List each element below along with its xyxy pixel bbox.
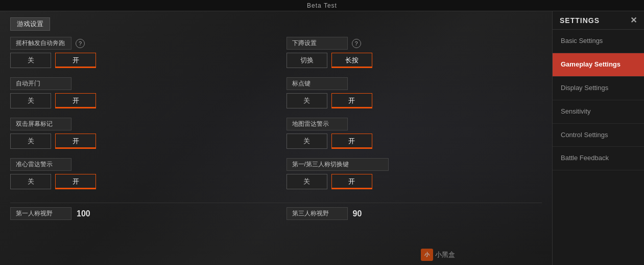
- watermark-icon: 小: [421, 249, 433, 261]
- setting-perspective-label-row: 第一/第三人称切换键: [287, 158, 542, 171]
- setting-auto-door: 自动开门 关 开: [10, 77, 266, 108]
- setting-auto-sprint-label-row: 摇杆触发自动奔跑 ?: [10, 37, 266, 50]
- auto-sprint-buttons: 关 开: [10, 53, 266, 68]
- auto-sprint-help-icon[interactable]: ?: [76, 39, 85, 48]
- content-area: 游戏设置 摇杆触发自动奔跑 ? 关 开: [0, 11, 552, 265]
- sidebar-item-gameplay-settings[interactable]: Gameplay Settings: [553, 53, 644, 77]
- setting-crouch-label: 下蹲设置: [287, 37, 348, 50]
- setting-mark-key: 标点键 关 开: [287, 77, 542, 108]
- map-radar-on-btn[interactable]: 开: [331, 134, 372, 149]
- mark-key-on-btn[interactable]: 开: [331, 93, 372, 108]
- settings-left-column: 摇杆触发自动奔跑 ? 关 开 自动开门 关 开: [10, 37, 266, 198]
- sidebar-title: SETTINGS: [560, 16, 600, 25]
- fov-first-value: 100: [77, 209, 90, 218]
- setting-double-tap-label-row: 双击屏幕标记: [10, 118, 266, 130]
- settings-right-column: 下蹲设置 ? 切换 长按 标点键 关 开: [287, 37, 542, 198]
- perspective-buttons: 关 开: [287, 174, 542, 189]
- sidebar-item-control-settings[interactable]: Control Settings: [553, 124, 644, 147]
- aim-radar-off-btn[interactable]: 关: [10, 174, 51, 189]
- setting-auto-door-label-row: 自动开门: [10, 77, 266, 90]
- setting-perspective-label: 第一/第三人称切换键: [287, 158, 389, 171]
- setting-aim-radar-label-row: 准心雷达警示: [10, 158, 266, 171]
- setting-perspective: 第一/第三人称切换键 关 开: [287, 158, 542, 189]
- setting-mark-key-label: 标点键: [287, 77, 348, 90]
- fov-third-person: 第三人称视野 90: [287, 207, 542, 220]
- perspective-on-btn[interactable]: 开: [331, 174, 372, 189]
- setting-crouch: 下蹲设置 ? 切换 长按: [287, 37, 542, 68]
- auto-door-on-btn[interactable]: 开: [55, 93, 96, 108]
- setting-mark-key-label-row: 标点键: [287, 77, 542, 90]
- fov-grid: 第一人称视野 100 第三人称视野 90: [10, 203, 542, 220]
- setting-map-radar: 地图雷达警示 关 开: [287, 118, 542, 149]
- double-tap-off-btn[interactable]: 关: [10, 134, 51, 149]
- section-title: 游戏设置: [10, 17, 50, 31]
- crouch-buttons: 切换 长按: [287, 53, 542, 68]
- top-bar: Beta Test: [0, 0, 644, 11]
- main-layout: 游戏设置 摇杆触发自动奔跑 ? 关 开: [0, 11, 644, 265]
- map-radar-buttons: 关 开: [287, 134, 542, 149]
- sidebar-item-display-settings[interactable]: Display Settings: [553, 77, 644, 100]
- crouch-help-icon[interactable]: ?: [352, 39, 361, 48]
- sidebar: SETTINGS ✕ Basic Settings Gameplay Setti…: [552, 11, 644, 265]
- setting-aim-radar-label: 准心雷达警示: [10, 158, 71, 171]
- setting-map-radar-label: 地图雷达警示: [287, 118, 348, 130]
- fov-first-person: 第一人称视野 100: [10, 207, 266, 220]
- map-radar-off-btn[interactable]: 关: [287, 134, 327, 149]
- fov-first-label: 第一人称视野: [10, 207, 71, 220]
- beta-test-label: Beta Test: [307, 2, 337, 9]
- auto-door-off-btn[interactable]: 关: [10, 93, 51, 108]
- double-tap-on-btn[interactable]: 开: [55, 134, 96, 149]
- setting-auto-sprint: 摇杆触发自动奔跑 ? 关 开: [10, 37, 266, 68]
- aim-radar-on-btn[interactable]: 开: [55, 174, 96, 189]
- auto-sprint-off-btn[interactable]: 关: [10, 53, 51, 68]
- setting-map-radar-label-row: 地图雷达警示: [287, 118, 542, 130]
- setting-double-tap-label: 双击屏幕标记: [10, 118, 71, 130]
- watermark: 小 小黑盒: [421, 249, 455, 261]
- crouch-hold-btn[interactable]: 长按: [331, 53, 372, 68]
- auto-sprint-on-btn[interactable]: 开: [55, 53, 96, 68]
- settings-grid: 摇杆触发自动奔跑 ? 关 开 自动开门 关 开: [10, 37, 542, 198]
- setting-double-tap: 双击屏幕标记 关 开: [10, 118, 266, 149]
- mark-key-buttons: 关 开: [287, 93, 542, 108]
- setting-aim-radar: 准心雷达警示 关 开: [10, 158, 266, 189]
- close-icon[interactable]: ✕: [630, 15, 637, 25]
- aim-radar-buttons: 关 开: [10, 174, 266, 189]
- mark-key-off-btn[interactable]: 关: [287, 93, 327, 108]
- double-tap-buttons: 关 开: [10, 134, 266, 149]
- crouch-toggle-btn[interactable]: 切换: [287, 53, 327, 68]
- auto-door-buttons: 关 开: [10, 93, 266, 108]
- setting-crouch-label-row: 下蹲设置 ?: [287, 37, 542, 50]
- fov-third-value: 90: [353, 209, 362, 218]
- sidebar-item-battle-feedback[interactable]: Battle Feedback: [553, 147, 644, 170]
- setting-auto-sprint-label: 摇杆触发自动奔跑: [10, 37, 71, 50]
- sidebar-item-basic-settings[interactable]: Basic Settings: [553, 30, 644, 53]
- setting-auto-door-label: 自动开门: [10, 77, 71, 90]
- sidebar-header: SETTINGS ✕: [553, 11, 644, 30]
- perspective-off-btn[interactable]: 关: [287, 174, 327, 189]
- watermark-text: 小黑盒: [435, 250, 455, 259]
- sidebar-item-sensitivity[interactable]: Sensitivity: [553, 100, 644, 124]
- fov-third-label: 第三人称视野: [287, 207, 348, 220]
